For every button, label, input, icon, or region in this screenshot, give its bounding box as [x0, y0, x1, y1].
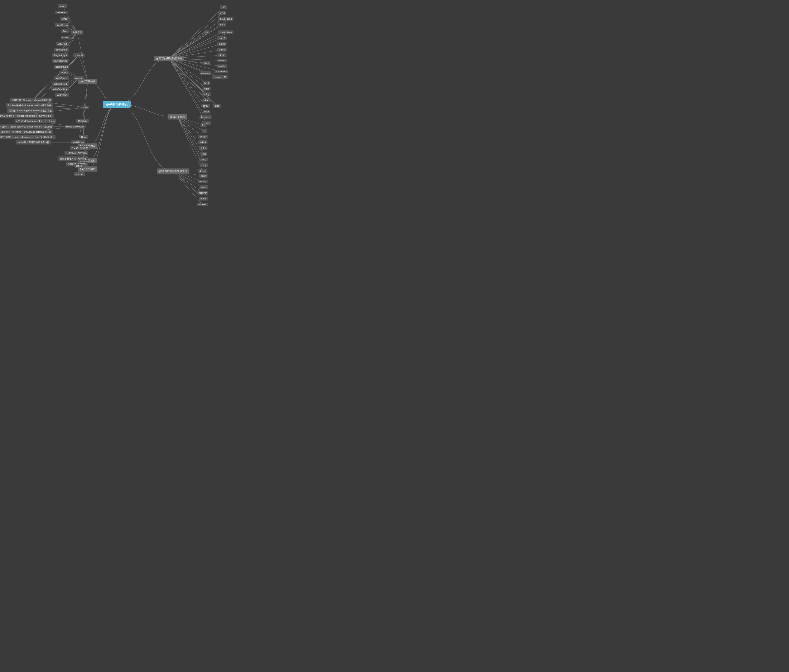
leaf-node: string: [202, 93, 211, 96]
leaf-node: slice: [213, 104, 221, 108]
leaf-node: CyclicBarrier: [53, 59, 69, 63]
svg-line-35: [78, 121, 82, 142]
leaf-node: Cond: [61, 36, 69, 40]
leaf-node: TCMalloc: [64, 151, 77, 155]
svg-line-65: [169, 58, 207, 83]
leaf-node: iota: [200, 152, 208, 156]
svg-line-67: [169, 58, 207, 94]
leaf-node: Mutex&RWMutex: [64, 125, 86, 129]
leaf-node: defer: [199, 146, 208, 150]
svg-line-23: [82, 81, 88, 121]
leaf-node: WaitGroup: [71, 140, 85, 144]
svg-line-33: [82, 121, 84, 137]
leaf-node: ErrGroup: [56, 42, 69, 46]
leaf-node: 关闭这个chan happens-before 获取的零值: [7, 109, 53, 113]
leaf-node: Background: [54, 65, 69, 69]
leaf-node: context: [73, 77, 84, 80]
leaf-node: byte: [226, 30, 233, 34]
svg-line-55: [169, 38, 222, 58]
leaf-node: Once: [80, 135, 88, 139]
leaf-node: channel: [73, 53, 85, 57]
svg-line-7: [62, 32, 77, 49]
svg-line-71: [169, 58, 207, 112]
leaf-node: 无bufferd收准备好happens-before发准备好: [6, 103, 53, 108]
leaf-node: interface: [200, 115, 212, 119]
leaf-node: uint16: [217, 36, 227, 40]
leaf-node: chan: [81, 105, 89, 109]
svg-line-48: [169, 13, 222, 58]
leaf-node: int16: [218, 11, 227, 15]
leaf-node: SingLeftLight: [52, 53, 69, 57]
leaf-node: WithDeadLine: [51, 88, 69, 91]
leaf-node: recover: [197, 191, 208, 195]
leaf-node: 容量为m的chan，第n次收准备好一定happens-before n+m次发准…: [0, 114, 54, 118]
leaf-node: Mutex: [58, 5, 67, 8]
svg-line-47: [169, 7, 223, 58]
leaf-node: 内存模型: [76, 119, 89, 123]
leaf-node: 三色gc标记算法: [58, 156, 78, 161]
leaf-node: wait方法只有计数为零才会执行: [16, 140, 51, 145]
leaf-node: testing: [198, 180, 208, 184]
svg-line-76: [177, 117, 203, 137]
section-testing: go语言的测试和错误管理: [157, 169, 189, 174]
leaf-node: float32: [217, 59, 227, 62]
svg-line-73: [169, 58, 207, 123]
leaf-node: error: [203, 87, 211, 91]
leaf-node: sync.Once()中f函数开始执行happens-before sync.O…: [0, 135, 56, 139]
leaf-node: rune: [225, 17, 233, 21]
leaf-node: int8: [220, 5, 227, 9]
svg-line-72: [169, 58, 206, 117]
leaf-node: 内存回收: [76, 156, 88, 161]
leaf-node: complex64: [214, 70, 228, 73]
svg-line-68: [169, 58, 207, 100]
center-node: go语言必备知识: [103, 101, 131, 108]
leaf-node: P:M:G: [70, 146, 80, 150]
leaf-node: reflect: [75, 164, 84, 168]
leaf-node: float: [203, 61, 211, 65]
leaf-node: WithValue: [55, 93, 69, 97]
svg-line-51: [169, 25, 222, 58]
leaf-node: uinptr: [217, 53, 227, 57]
leaf-node: for: [201, 123, 207, 127]
svg-line-18: [62, 78, 79, 95]
svg-line-64: [169, 58, 220, 77]
svg-line-88: [173, 171, 202, 204]
svg-line-69: [169, 58, 206, 106]
leaf-node: httptest: [197, 203, 208, 206]
leaf-node: complex: [200, 71, 212, 75]
leaf-node: WithCancel: [54, 77, 69, 80]
leaf-node: map: [203, 110, 210, 113]
leaf-node: n次unlock happens-before n+1次 lock: [14, 119, 56, 123]
leaf-node: close: [199, 158, 208, 161]
leaf-node: WithTimeOut: [53, 82, 69, 86]
leaf-node: int32: [218, 17, 227, 21]
leaf-node: pprof: [199, 174, 208, 178]
leaf-node: 读写锁中，读锁解锁后一定happens-before 写锁上锁: [0, 125, 53, 129]
leaf-node: 读写锁中，写锁解锁一定happens-before读锁上锁: [0, 130, 53, 134]
leaf-node: 发送数据一定happens-before收到数据: [10, 98, 53, 102]
leaf-node: chan: [203, 98, 211, 102]
leaf-node: Pool: [61, 29, 69, 33]
leaf-node: select: [198, 140, 208, 144]
leaf-node: switch: [198, 135, 208, 139]
leaf-node: array: [201, 104, 210, 108]
leaf-node: panic: [200, 185, 208, 189]
leaf-node: if: [202, 129, 207, 133]
leaf-node: copy: [200, 163, 208, 167]
leaf-node: Once: [60, 17, 69, 21]
leaf-node: uint8: [218, 30, 227, 34]
leaf-node: errors: [199, 197, 208, 201]
leaf-node: RWMutex: [55, 11, 68, 14]
leaf-node: delete: [198, 169, 208, 173]
svg-line-49: [169, 19, 222, 58]
leaf-node: float64: [217, 64, 227, 68]
leaf-node: int: [204, 30, 209, 34]
leaf-node: int64: [218, 23, 227, 27]
leaf-node: WaitGroup: [55, 23, 69, 27]
leaf-node: 并发原语: [71, 30, 83, 35]
leaf-node: 内存分配: [76, 151, 88, 155]
leaf-node: netpool: [74, 172, 85, 176]
svg-line-53: [169, 32, 222, 58]
leaf-node: uint32: [217, 42, 227, 46]
leaf-node: TODO: [59, 71, 69, 75]
